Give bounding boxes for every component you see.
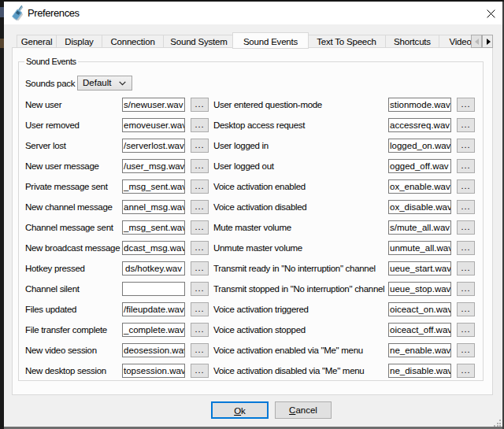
browse-button-right[interactable]: ... — [457, 139, 475, 153]
browse-button-left[interactable]: ... — [191, 159, 209, 173]
resize-grip[interactable] — [492, 417, 502, 427]
event-label-left: Private message sent — [25, 182, 122, 191]
browse-button-right[interactable]: ... — [457, 364, 475, 378]
sound-file-input-right[interactable]: ne_disable.wav — [388, 364, 451, 378]
browse-button-right[interactable]: ... — [457, 220, 475, 235]
background-artifact-blue — [0, 7, 4, 17]
sound-file-input-left[interactable]: _msg_sent.wav — [122, 179, 185, 194]
sound-file-input-left[interactable]: _msg_sent.wav — [122, 220, 185, 235]
grip-dot — [499, 420, 501, 421]
close-button[interactable] — [475, 2, 498, 24]
sounds-pack-combobox[interactable]: Default — [77, 76, 132, 91]
sound-file-input-left[interactable]: dcast_msg.wav — [122, 241, 185, 255]
close-icon — [487, 9, 495, 18]
event-label-right: Voice activation enabled — [213, 182, 388, 191]
sound-file-input-right[interactable]: logged_on.wav — [388, 139, 451, 153]
tab-label: Sound System — [170, 37, 227, 46]
browse-button-right[interactable]: ... — [457, 282, 475, 296]
sounds-pack-label: Sounds pack — [25, 79, 75, 89]
browse-button-left[interactable]: ... — [191, 364, 209, 378]
sound-file-input-right[interactable]: ueue_start.wav — [388, 261, 451, 276]
browse-button-left[interactable]: ... — [191, 220, 209, 235]
tab-text-to-speech[interactable]: Text To Speech — [307, 35, 385, 48]
tab-scroll-right-button[interactable] — [482, 35, 493, 48]
browse-button-right[interactable]: ... — [457, 179, 475, 194]
ok-mnemonic: O — [234, 406, 241, 416]
event-label-left: Channel silent — [25, 284, 122, 294]
sound-file-input-left[interactable]: /user_msg.wav — [122, 159, 185, 173]
tab-connection[interactable]: Connection — [102, 35, 163, 48]
browse-button-right[interactable]: ... — [457, 323, 475, 337]
sound-event-row: Server lost /serverlost.wav ... User log… — [25, 135, 476, 156]
event-label-left: New user message — [25, 161, 122, 171]
tab-scroll-left-button[interactable] — [471, 35, 482, 48]
window-title: Preferences — [28, 2, 80, 24]
preferences-dialog: Preferences GeneralDisplayConnectionSoun… — [0, 0, 504, 429]
browse-button-left[interactable]: ... — [191, 118, 209, 132]
tab-display[interactable]: Display — [56, 35, 102, 48]
sound-file-input-left[interactable]: annel_msg.wav — [122, 200, 185, 214]
sound-file-input-right[interactable]: unmute_all.wav — [388, 241, 451, 255]
sound-file-input-right[interactable]: s/mute_all.wav — [388, 220, 451, 235]
browse-button-left[interactable]: ... — [191, 98, 209, 112]
tab-general[interactable]: General — [17, 35, 56, 48]
sound-file-input-right[interactable]: ox_disable.wav — [388, 200, 451, 214]
browse-button-left[interactable]: ... — [191, 179, 209, 194]
tab-shortcuts[interactable]: Shortcuts — [385, 35, 439, 48]
sound-file-input-right[interactable]: ueue_stop.wav — [388, 282, 451, 296]
sound-file-input-left[interactable]: _complete.wav — [122, 323, 185, 337]
browse-button-left[interactable]: ... — [191, 343, 209, 357]
window-border-left — [0, 0, 4, 429]
tab-label: Video — [449, 37, 471, 46]
sound-file-input-right[interactable]: ne_enable.wav — [388, 343, 451, 357]
sound-file-input-left[interactable] — [122, 282, 185, 296]
sound-file-input-right[interactable]: ox_enable.wav — [388, 179, 451, 194]
tab-sound-events[interactable]: Sound Events — [232, 32, 309, 49]
sound-file-input-left[interactable]: s/newuser.wav — [122, 98, 185, 112]
event-label-right: Voice activation triggered — [213, 305, 388, 314]
browse-button-left[interactable]: ... — [191, 261, 209, 276]
tab-label: Display — [65, 37, 93, 46]
sound-file-input-left[interactable]: emoveuser.wav — [122, 118, 185, 132]
event-label-left: File transfer complete — [25, 325, 122, 335]
event-label-left: New video session — [25, 346, 122, 355]
sound-event-row: Hotkey pressed ds/hotkey.wav ... Transmi… — [25, 258, 476, 279]
browse-button-right[interactable]: ... — [457, 98, 475, 112]
ok-button[interactable]: Ok — [211, 401, 269, 419]
browse-button-left[interactable]: ... — [191, 302, 209, 316]
sound-file-input-right[interactable]: oiceact_on.wav — [388, 302, 451, 316]
sound-file-input-right[interactable]: oiceact_off.wav — [388, 323, 451, 337]
tab-sound-system[interactable]: Sound System — [163, 35, 234, 48]
ok-label-rest: k — [241, 406, 246, 416]
sound-event-row: Channel message sent _msg_sent.wav ... M… — [25, 217, 476, 238]
sound-file-input-left[interactable]: /fileupdate.wav — [122, 302, 185, 316]
sound-event-row: User removed emoveuser.wav ... Desktop a… — [25, 115, 476, 135]
sound-file-input-left[interactable]: deosession.wav — [122, 343, 185, 357]
browse-button-right[interactable]: ... — [457, 241, 475, 255]
browse-button-right[interactable]: ... — [457, 302, 475, 316]
browse-button-left[interactable]: ... — [191, 282, 209, 296]
event-label-right: Mute master volume — [213, 223, 388, 232]
browse-button-left[interactable]: ... — [191, 241, 209, 255]
sound-file-input-left[interactable]: /serverlost.wav — [122, 139, 185, 153]
tab-label: Connection — [110, 37, 154, 46]
cancel-button[interactable]: Cancel — [275, 401, 332, 419]
browse-button-right[interactable]: ... — [457, 200, 475, 214]
sound-file-input-right[interactable]: stionmode.wav — [388, 98, 451, 112]
browse-button-right[interactable]: ... — [457, 159, 475, 173]
sound-file-input-right[interactable]: ogged_off.wav — [388, 159, 451, 173]
sound-file-input-left[interactable]: topsession.wav — [122, 364, 185, 378]
browse-button-right[interactable]: ... — [457, 343, 475, 357]
browse-button-left[interactable]: ... — [191, 200, 209, 214]
cancel-label-rest: ancel — [295, 405, 317, 415]
sound-file-input-right[interactable]: accessreq.wav — [388, 118, 451, 132]
browse-button-left[interactable]: ... — [191, 323, 209, 337]
event-label-right: User entered question-mode — [213, 100, 388, 109]
browse-button-left[interactable]: ... — [191, 139, 209, 153]
event-label-left: New desktop session — [25, 366, 122, 375]
sound-file-input-left[interactable]: ds/hotkey.wav — [122, 261, 185, 276]
event-label-left: Server lost — [25, 141, 122, 150]
browse-button-right[interactable]: ... — [457, 261, 475, 276]
browse-button-right[interactable]: ... — [457, 118, 475, 132]
sound-event-row: Private message sent _msg_sent.wav ... V… — [25, 176, 476, 197]
